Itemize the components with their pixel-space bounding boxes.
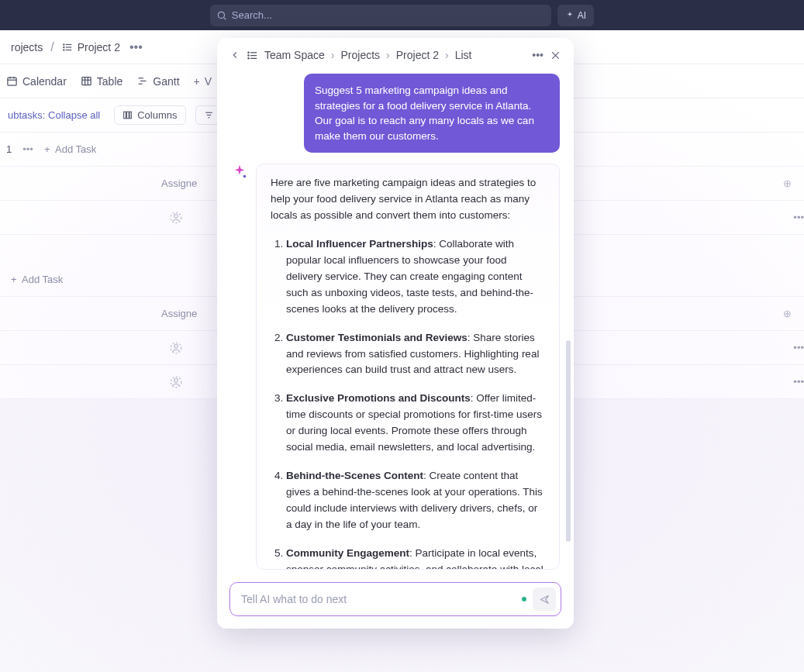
svg-point-39 xyxy=(243,175,247,178)
breadcrumb-current-label: Project 2 xyxy=(78,41,120,53)
add-task-button-1[interactable]: + Add Task xyxy=(44,143,96,155)
ai-modal-header: Team Space › Projects › Project 2 › List… xyxy=(217,38,574,69)
list-icon xyxy=(62,42,73,53)
modal-crumb-2[interactable]: Project 2 xyxy=(396,49,439,61)
list-icon xyxy=(247,50,258,61)
ai-modal: Team Space › Projects › Project 2 › List… xyxy=(217,38,574,629)
ai-avatar xyxy=(231,164,248,181)
ai-suggestion-list: Local Influencer Partnerships: Collabora… xyxy=(271,236,545,570)
tab-table-label: Table xyxy=(97,75,122,88)
sparkle-icon xyxy=(231,164,248,181)
tab-gantt[interactable]: Gantt xyxy=(136,75,179,88)
breadcrumb-current[interactable]: Project 2 xyxy=(57,38,125,57)
row-menu[interactable]: ••• xyxy=(793,376,804,388)
list-item: Exclusive Promotions and Discounts: Offe… xyxy=(286,391,545,456)
svg-point-35 xyxy=(248,54,249,55)
tab-table[interactable]: Table xyxy=(81,75,122,88)
svg-rect-20 xyxy=(127,112,129,119)
svg-point-34 xyxy=(248,52,249,53)
svg-rect-21 xyxy=(129,112,131,119)
svg-point-28 xyxy=(174,344,178,348)
calendar-icon xyxy=(6,75,18,87)
send-icon xyxy=(539,594,550,605)
modal-more[interactable]: ••• xyxy=(532,49,543,61)
chevron-left-icon xyxy=(229,50,240,60)
modal-crumb-1[interactable]: Projects xyxy=(341,49,381,61)
add-column-2[interactable]: ⊕ xyxy=(783,308,792,319)
search-input[interactable] xyxy=(232,9,545,21)
user-message: Suggest 5 marketing campaign ideas and s… xyxy=(304,74,560,153)
row-more[interactable]: ••• xyxy=(22,143,33,155)
item-title: Customer Testimonials and Reviews xyxy=(286,332,468,343)
list-item: Local Influencer Partnerships: Collabora… xyxy=(286,236,545,318)
item-title: Local Influencer Partnerships xyxy=(286,238,433,250)
breadcrumb-sep: / xyxy=(50,40,53,54)
ai-input[interactable] xyxy=(241,593,516,605)
assignee-icon[interactable] xyxy=(169,341,183,355)
ai-input-area xyxy=(217,574,574,629)
add-column-1[interactable]: ⊕ xyxy=(783,177,792,189)
close-icon xyxy=(550,50,561,61)
subtasks-toggle[interactable]: ubtasks: Collapse all xyxy=(3,106,105,124)
ai-input-box[interactable] xyxy=(229,582,561,616)
row-menu[interactable]: ••• xyxy=(793,342,804,353)
filter-icon xyxy=(204,110,214,120)
ai-message-row: Here are five marketing campaign ideas a… xyxy=(231,164,560,570)
tab-gantt-label: Gantt xyxy=(153,75,179,88)
tab-calendar-label: Calendar xyxy=(22,75,67,88)
close-button[interactable] xyxy=(550,50,561,61)
svg-line-1 xyxy=(224,17,226,19)
svg-rect-8 xyxy=(8,78,16,85)
list-item: Customer Testimonials and Reviews: Share… xyxy=(286,330,545,379)
ai-intro: Here are five marketing campaign ideas a… xyxy=(271,175,545,224)
tab-add-view[interactable]: + V xyxy=(194,75,212,88)
item-title: Community Engagement xyxy=(286,547,409,559)
svg-rect-12 xyxy=(82,78,91,85)
item-title: Exclusive Promotions and Discounts xyxy=(286,392,471,404)
svg-point-0 xyxy=(218,12,224,18)
breadcrumb-more[interactable]: ••• xyxy=(129,40,143,54)
back-button[interactable] xyxy=(229,50,240,60)
modal-crumb-0[interactable]: Team Space xyxy=(264,49,325,61)
columns-button[interactable]: Columns xyxy=(114,105,185,125)
svg-point-7 xyxy=(63,49,64,50)
search-box[interactable] xyxy=(210,5,551,26)
assignee-icon[interactable] xyxy=(169,211,183,225)
table-icon xyxy=(81,75,92,87)
assignee-header: Assigne xyxy=(161,177,197,189)
svg-point-30 xyxy=(174,378,178,382)
ai-conversation: Suggest 5 marketing campaign ideas and s… xyxy=(217,69,574,574)
ai-label: AI xyxy=(578,10,586,21)
svg-point-6 xyxy=(63,47,64,47)
columns-label: Columns xyxy=(137,109,177,121)
columns-icon xyxy=(122,110,133,120)
item-title: Behind-the-Scenes Content xyxy=(286,470,423,481)
plus-icon: + xyxy=(194,75,200,88)
gantt-icon xyxy=(136,75,148,87)
send-button[interactable] xyxy=(533,588,556,611)
sparkle-icon xyxy=(565,11,575,20)
ai-message: Here are five marketing campaign ideas a… xyxy=(256,164,560,570)
top-bar: AI xyxy=(0,0,804,30)
svg-point-5 xyxy=(63,43,64,44)
svg-point-36 xyxy=(248,57,249,58)
svg-point-26 xyxy=(174,214,178,218)
group-count: 1 xyxy=(6,143,12,155)
svg-rect-19 xyxy=(124,112,126,119)
list-item: Behind-the-Scenes Content: Create conten… xyxy=(286,468,545,533)
breadcrumb-parent[interactable]: rojects xyxy=(6,38,47,57)
assignee-icon[interactable] xyxy=(169,375,183,389)
row-menu[interactable]: ••• xyxy=(793,212,804,223)
tab-calendar[interactable]: Calendar xyxy=(6,75,67,88)
tab-add-label: V xyxy=(205,75,212,88)
scrollbar[interactable] xyxy=(566,340,571,542)
search-icon xyxy=(216,10,227,21)
assignee-header-2: Assigne xyxy=(161,308,197,319)
ai-button[interactable]: AI xyxy=(557,5,594,26)
status-dot xyxy=(522,597,526,601)
list-item: Community Engagement: Participate in loc… xyxy=(286,546,545,570)
modal-crumb-3[interactable]: List xyxy=(455,49,472,61)
